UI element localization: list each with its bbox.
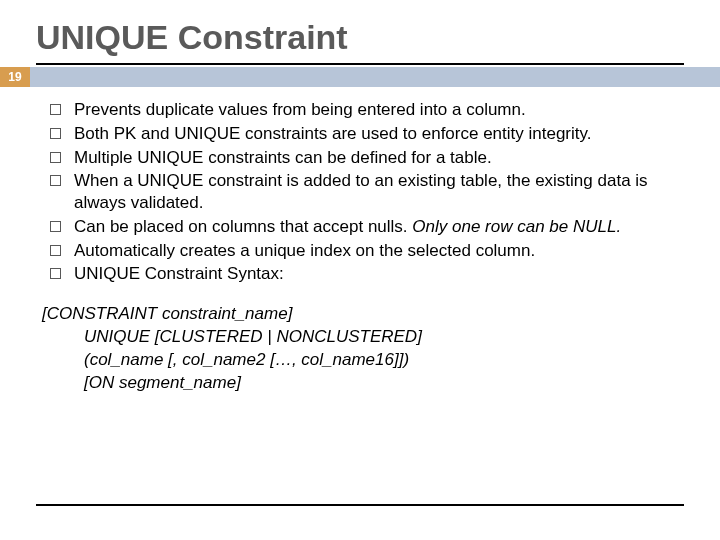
content-area: Prevents duplicate values from being ent…	[36, 87, 684, 395]
list-item: When a UNIQUE constraint is added to an …	[44, 170, 684, 214]
header-band: 19	[0, 67, 720, 87]
page-number-badge: 19	[0, 67, 30, 87]
list-item: Prevents duplicate values from being ent…	[44, 99, 684, 121]
list-item: UNIQUE Constraint Syntax:	[44, 263, 684, 285]
slide-title: UNIQUE Constraint	[36, 12, 684, 65]
list-item: Can be placed on columns that accept nul…	[44, 216, 684, 238]
syntax-line: UNIQUE [CLUSTERED | NONCLUSTERED]	[42, 326, 684, 349]
slide: UNIQUE Constraint 19 Prevents duplicate …	[0, 0, 720, 540]
list-item-text: Can be placed on columns that accept nul…	[74, 217, 412, 236]
list-item: Automatically creates a unique index on …	[44, 240, 684, 262]
syntax-line: [ON segment_name]	[42, 372, 684, 395]
list-item: Multiple UNIQUE constraints can be defin…	[44, 147, 684, 169]
bullet-list: Prevents duplicate values from being ent…	[44, 99, 684, 285]
bottom-rule	[36, 504, 684, 506]
syntax-line: (col_name [, col_name2 […, col_name16]])	[42, 349, 684, 372]
syntax-line: [CONSTRAINT constraint_name]	[42, 303, 684, 326]
list-item: Both PK and UNIQUE constraints are used …	[44, 123, 684, 145]
list-item-emphasis: Only one row can be NULL.	[412, 217, 621, 236]
syntax-block: [CONSTRAINT constraint_name] UNIQUE [CLU…	[42, 303, 684, 395]
